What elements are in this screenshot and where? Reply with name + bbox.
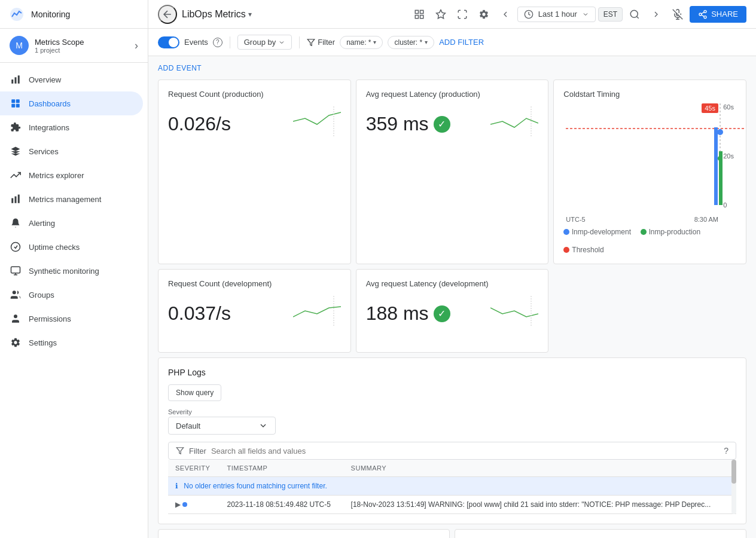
trending-up-icon — [10, 169, 22, 181]
group-by-button[interactable]: Group by — [237, 35, 292, 50]
logs-search-input[interactable] — [211, 447, 719, 456]
col-timestamp: TIMESTAMP — [220, 460, 343, 477]
legend-dot-prod — [641, 229, 647, 235]
metric-card-avg-latency-dev: Avg request Latency (development) 188 ms… — [356, 269, 549, 353]
sidebar-item-metrics-explorer[interactable]: Metrics explorer — [0, 163, 143, 187]
logs-table-container: SEVERITY TIMESTAMP SUMMARY ℹ No older en… — [168, 460, 736, 514]
svg-rect-10 — [18, 195, 20, 203]
name-filter-chip[interactable]: name: * ▾ — [340, 36, 383, 49]
log-summary-cell: [18-Nov-2023 13:51:49] WARNING: [pool ww… — [344, 496, 736, 514]
audio-button[interactable] — [668, 5, 687, 24]
layers-icon — [10, 145, 22, 157]
sidebar-item-services[interactable]: Services — [0, 139, 143, 163]
cluster-filter-chip[interactable]: cluster: * ▾ — [388, 36, 434, 49]
log-timestamp-cell: 2023-11-18 08:51:49.482 UTC-5 — [220, 496, 343, 514]
metric-card-request-count-prod: Request Count (production) 0.026/s — [158, 80, 351, 264]
expand-icon[interactable]: ▶ — [175, 500, 181, 509]
sparkline-rcp — [293, 106, 341, 136]
nav-label-dashboards: Dashboards — [29, 99, 71, 108]
metrics-row: Request Count (production) 0.026/s Avg r… — [158, 80, 746, 264]
next-button[interactable] — [647, 5, 666, 24]
logs-help-icon[interactable]: ? — [724, 446, 728, 456]
sidebar-item-uptime-checks[interactable]: Uptime checks — [0, 235, 143, 259]
metric-card-request-count-dev: Request Count (development) 0.037/s — [158, 269, 351, 353]
settings-button[interactable] — [474, 5, 493, 24]
sidebar-item-overview[interactable]: Overview — [0, 68, 143, 91]
check-icon-ald: ✓ — [434, 305, 450, 322]
metric-card-coldstart: Coldstart Timing 60s 20s 0 — [553, 80, 746, 264]
events-help-icon[interactable]: ? — [213, 38, 222, 47]
nav-label-metrics-explorer: Metrics explorer — [29, 171, 84, 180]
title-dropdown-arrow: ▾ — [248, 10, 252, 19]
logs-scrollbar[interactable] — [731, 460, 736, 514]
events-toggle: Events ? — [158, 36, 222, 48]
severity-select[interactable]: Default — [168, 417, 276, 435]
log-severity-cell: ▶ — [168, 496, 220, 514]
sidebar-item-synthetic-monitoring[interactable]: Synthetic monitoring — [0, 259, 143, 283]
legend-dot-threshold — [563, 247, 569, 253]
share-button[interactable]: SHARE — [690, 6, 746, 23]
svg-rect-9 — [15, 197, 17, 203]
expand-button[interactable] — [453, 5, 472, 24]
metrics-scope-section[interactable]: M Metrics Scope 1 project › — [0, 29, 148, 63]
metric-title-ald: Avg request Latency (development) — [366, 279, 539, 288]
col-severity: SEVERITY — [168, 460, 220, 477]
sidebar-item-permissions[interactable]: Permissions — [0, 307, 143, 331]
nav-label-alerting: Alerting — [29, 219, 55, 228]
logs-table: SEVERITY TIMESTAMP SUMMARY ℹ No older en… — [168, 460, 736, 514]
main-content: LibOps Metrics ▾ Last 1 hour — [148, 0, 756, 538]
add-filter-button[interactable]: ADD FILTER — [439, 38, 484, 47]
check-icon-alp: ✓ — [434, 116, 450, 133]
sparkline-ald — [490, 296, 538, 326]
svg-marker-21 — [436, 10, 445, 18]
dashboard-title[interactable]: LibOps Metrics ▾ — [182, 9, 252, 20]
metrics-row-2: Request Count (development) 0.037/s Avg … — [158, 269, 746, 353]
svg-rect-17 — [415, 10, 418, 13]
svg-line-24 — [637, 16, 639, 18]
svg-rect-3 — [18, 75, 20, 84]
topbar: LibOps Metrics ▾ Last 1 hour — [148, 0, 756, 29]
coldstart-x-labels: UTC-5 8:30 AM — [566, 216, 718, 223]
app-title: Monitoring — [31, 10, 70, 19]
share-label: SHARE — [711, 10, 738, 19]
filter-button[interactable]: Filter — [307, 38, 335, 47]
sidebar-item-dashboards[interactable]: Dashboards — [0, 91, 143, 115]
add-event-link[interactable]: ADD EVENT — [158, 64, 202, 72]
coldstart-legend: lnmp-development lnmp-production Thresho… — [563, 228, 736, 254]
severity-container: Severity Default — [168, 408, 736, 435]
prev-button[interactable] — [496, 5, 515, 24]
legend-threshold: Threshold — [563, 246, 603, 254]
svg-rect-19 — [415, 15, 418, 18]
sidebar-item-integrations[interactable]: Integrations — [0, 115, 143, 139]
metric-card-avg-latency-prod: Avg request Latency (production) 359 ms … — [356, 80, 549, 264]
star-button[interactable] — [431, 5, 450, 24]
sidebar-item-metrics-management[interactable]: Metrics management — [0, 187, 143, 211]
log-level-icon — [182, 502, 187, 507]
logs-table-head: SEVERITY TIMESTAMP SUMMARY — [168, 460, 736, 477]
sidebar-item-alerting[interactable]: Alerting — [0, 211, 143, 235]
nav-label-integrations: Integrations — [29, 123, 69, 132]
events-switch[interactable] — [158, 36, 179, 48]
search-button[interactable] — [625, 5, 644, 24]
scope-info: Metrics Scope 1 project — [35, 38, 129, 54]
svg-point-30 — [704, 16, 706, 18]
group-icon — [10, 289, 22, 301]
show-query-button[interactable]: Show query — [168, 384, 221, 401]
person-icon — [10, 313, 22, 325]
scope-expand-icon[interactable]: › — [135, 39, 138, 52]
events-label: Events — [184, 38, 208, 47]
monitor-icon — [10, 265, 22, 277]
monitoring-logo — [10, 7, 24, 22]
table-row: ▶ 2023-11-18 08:51:49.482 UTC-5 [18-Nov-… — [168, 496, 736, 514]
container-cpu-card: Container CPU Usage 0.06/s — [158, 529, 450, 538]
sidebar-item-groups[interactable]: Groups — [0, 283, 143, 307]
sidebar-item-settings[interactable]: Settings — [0, 331, 143, 354]
time-selector[interactable]: Last 1 hour — [517, 7, 596, 22]
svg-rect-20 — [420, 15, 423, 18]
svg-rect-1 — [11, 80, 13, 84]
layout-button[interactable] — [410, 5, 429, 24]
back-button[interactable] — [158, 5, 177, 24]
svg-point-40 — [717, 129, 723, 135]
svg-point-11 — [11, 243, 20, 252]
svg-rect-6 — [11, 104, 15, 108]
